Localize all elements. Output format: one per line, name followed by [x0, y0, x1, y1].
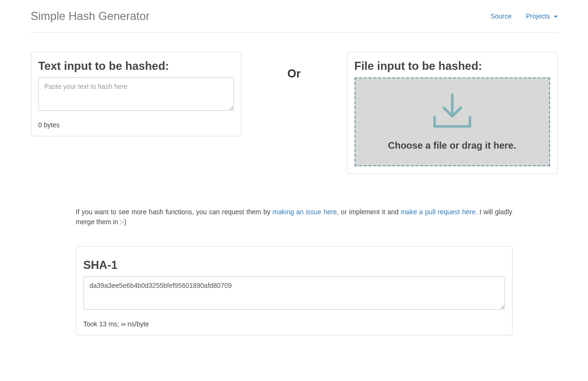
issue-link[interactable]: making an issue here [272, 208, 336, 216]
file-dropzone[interactable]: Choose a file or drag it here. [355, 77, 550, 166]
or-separator: Or [242, 52, 347, 80]
download-icon [431, 93, 474, 131]
text-input[interactable] [38, 77, 234, 111]
info-prefix: If you want to see more hash functions, … [76, 208, 273, 216]
info-paragraph: If you want to see more hash functions, … [76, 207, 513, 227]
nav-source-link[interactable]: Source [491, 12, 512, 20]
info-mid: , or implement it and [337, 208, 401, 216]
timing-label: Took 13 ms; ∞ ns/byte [84, 320, 505, 328]
file-input-heading: File input to be hashed: [355, 59, 550, 73]
dropzone-text: Choose a file or drag it here. [365, 140, 540, 151]
nav-links: Source Projects [491, 12, 558, 20]
text-input-heading: Text input to be hashed: [38, 59, 234, 73]
nav-projects-dropdown[interactable]: Projects [526, 12, 557, 20]
nav-projects-label: Projects [526, 12, 550, 20]
text-input-panel: Text input to be hashed: 0 bytes [31, 52, 242, 136]
result-panel: SHA-1 Took 13 ms; ∞ ns/byte [76, 246, 513, 335]
bytes-count-label: 0 bytes [38, 121, 234, 129]
file-input-panel: File input to be hashed: Choose a file o… [347, 52, 558, 174]
algo-name: SHA-1 [84, 258, 505, 272]
pr-link[interactable]: make a pull request here [401, 208, 475, 216]
page-title: Simple Hash Generator [31, 10, 150, 23]
hash-output[interactable] [84, 276, 505, 310]
